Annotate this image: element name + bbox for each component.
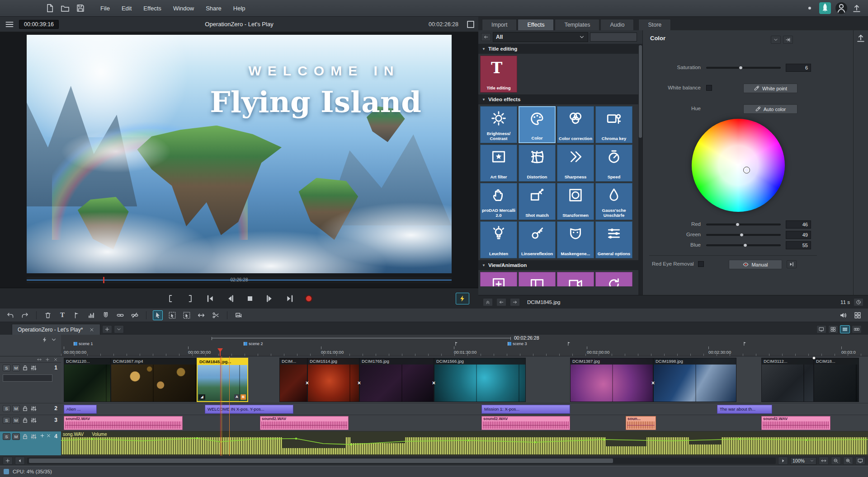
effect-tile-rotation-icon[interactable]	[595, 272, 632, 286]
play-button[interactable]	[265, 294, 274, 303]
red-eye-checkbox[interactable]	[698, 261, 704, 267]
current-timecode[interactable]: 00:00:39:16	[19, 20, 59, 29]
back-button[interactable]	[481, 33, 491, 41]
mouse-mode-track-icon[interactable]	[182, 310, 192, 320]
transition-icon[interactable]: ×	[358, 380, 361, 386]
range-end-button[interactable]	[186, 294, 195, 303]
effect-tile-title-editing[interactable]: TTitle editing	[480, 56, 517, 93]
mute-button[interactable]: M	[12, 417, 20, 424]
zoom-level-select[interactable]: 100%	[790, 457, 816, 465]
prev-media-icon[interactable]	[496, 298, 506, 306]
swap-tracks-icon[interactable]	[37, 357, 42, 362]
audio-clip-soun[interactable]: soun...	[626, 416, 656, 430]
effect-menu-icon[interactable]	[771, 36, 781, 44]
video-clip-dcim1765-jpg[interactable]: DCIM1765.jpg×	[359, 358, 434, 402]
audio-monitor-icon[interactable]	[838, 310, 848, 320]
slider-thumb[interactable]	[743, 243, 747, 248]
view-storyboard-icon[interactable]	[852, 325, 862, 333]
solo-button[interactable]: S	[3, 365, 10, 371]
duration-clock-icon[interactable]	[854, 298, 863, 306]
red-value[interactable]: 46	[786, 220, 811, 229]
lock-icon[interactable]	[22, 405, 28, 412]
transition-button[interactable]: ◢	[198, 394, 205, 400]
audio-clip-sound2-wav[interactable]: sound2.WAV	[64, 416, 183, 430]
mute-button[interactable]: M	[12, 365, 20, 371]
saturation-value[interactable]: 6	[786, 64, 811, 72]
chapter-marker-icon[interactable]	[567, 341, 571, 346]
scene-marker[interactable]: scene 2	[244, 341, 263, 346]
menu-effects[interactable]: Effects	[143, 5, 161, 12]
fader-icon[interactable]	[30, 433, 37, 440]
scroll-right-icon[interactable]	[778, 457, 788, 465]
effect-tile-brightness-contrast[interactable]: Brightness/ Contrast	[480, 106, 517, 143]
transition-icon[interactable]: ×	[432, 380, 435, 386]
effect-tile-stanzformen[interactable]: Stanzformen	[557, 183, 594, 220]
preview-scrubber[interactable]: 02:26:28	[27, 277, 452, 283]
video-clip-dcim1387-jpg[interactable]: DCIM1387.jpg	[570, 358, 653, 402]
browser-scrollbar[interactable]	[638, 44, 642, 295]
mouse-mode-single-icon[interactable]	[153, 310, 163, 320]
overview-icon[interactable]	[855, 457, 865, 465]
category-dropdown[interactable]: All	[493, 32, 588, 42]
effect-tile-distortion[interactable]: Distortion	[519, 145, 556, 182]
fader-icon[interactable]	[30, 417, 37, 424]
snap-icon[interactable]	[101, 310, 111, 320]
effect-tile-gauss-sche-unsch-rfe[interactable]: Gauss'sche Unschärfe	[595, 183, 632, 220]
timeline-ruler[interactable]: 00:02:26:28 00:00:00:0000:00:30:0000:01:…	[0, 335, 868, 356]
track-name-field[interactable]	[3, 374, 52, 382]
effect-tile-maskengene[interactable]: Maskengene...	[557, 221, 594, 258]
track-header-1[interactable]: SM1	[0, 363, 61, 403]
project-tab[interactable]: OperationZero - Let's Play*	[12, 324, 100, 335]
effect-tile-speed[interactable]: Speed	[595, 145, 632, 182]
video-track-lane[interactable]: DCIM1120...DCIM1867.mp4DCIM1845.jpg...AB…	[61, 356, 868, 403]
record-button[interactable]	[305, 295, 312, 302]
snapshot-icon[interactable]	[234, 310, 244, 320]
lock-icon[interactable]	[22, 417, 28, 424]
video-clip-dcim1867-mp4[interactable]: DCIM1867.mp4	[111, 358, 197, 402]
scroll-left-icon[interactable]	[15, 457, 25, 465]
playhead[interactable]	[217, 348, 223, 352]
next-media-icon[interactable]	[510, 298, 520, 306]
green-value[interactable]: 49	[786, 231, 811, 239]
add-track-icon[interactable]	[45, 357, 50, 362]
red-slider[interactable]	[706, 224, 781, 225]
track-header-4[interactable]: SM4	[0, 431, 61, 456]
video-clip-dcim1845-jpg[interactable]: DCIM1845.jpg...AB◢	[197, 358, 248, 402]
audio-clip-sound2-wav[interactable]: sound2.WAV	[260, 416, 349, 430]
category-video-effects[interactable]: ▼Video effects	[478, 94, 638, 104]
close-tab-icon[interactable]	[89, 327, 94, 332]
color-wheel[interactable]	[692, 119, 785, 212]
add-object-button[interactable]	[3, 457, 13, 465]
new-tab-button[interactable]	[102, 325, 112, 333]
scene-marker[interactable]: scene 3	[508, 341, 527, 346]
white-balance-checkbox[interactable]	[706, 85, 712, 91]
transition-icon[interactable]: ×	[651, 380, 655, 386]
title-clip-alien[interactable]: Alien ...	[64, 405, 97, 414]
fit-timeline-icon[interactable]	[819, 457, 829, 465]
jump-end-button[interactable]	[285, 294, 294, 303]
scrollbar-thumb[interactable]	[29, 458, 613, 463]
audio-track-lane[interactable]: sound2.WAVsound2.WAVsound2.WAVsoun...sou…	[61, 415, 868, 431]
track-header-3[interactable]: SM3	[0, 415, 61, 431]
effect-tile-shot-match[interactable]: Shot match	[519, 183, 556, 220]
category-view-animation[interactable]: ▼View/Animation	[478, 260, 638, 270]
green-slider[interactable]	[706, 234, 781, 236]
tab-effects[interactable]: Effects	[518, 19, 554, 30]
volume-curve[interactable]	[61, 431, 868, 456]
video-clip-dcim18[interactable]: DCIM18...	[814, 358, 859, 402]
track-header-2[interactable]: SM2	[0, 403, 61, 415]
effect-tile-color-correction[interactable]: Color correction	[557, 106, 594, 143]
account-icon[interactable]	[835, 2, 847, 14]
effect-tile-camera-zoom-icon[interactable]	[557, 272, 594, 286]
video-clip-dcim1566-jpg[interactable]: DCIM1566.jpg×	[434, 358, 526, 402]
solo-button[interactable]: S	[3, 405, 10, 412]
menu-file[interactable]: File	[100, 5, 110, 12]
keyframe-icon[interactable]	[41, 337, 48, 343]
title-clip-welcome-in-x-pos-y-pos[interactable]: WELCOME IN X-pos. Y-pos...	[205, 405, 293, 414]
save-project-icon[interactable]	[76, 4, 85, 13]
detach-monitor-icon[interactable]	[466, 19, 476, 29]
menu-edit[interactable]: Edit	[122, 5, 132, 12]
reset-effect-icon[interactable]	[783, 36, 793, 44]
music-track-lane[interactable]: song.WAV Volume	[61, 431, 868, 456]
saturation-slider[interactable]	[706, 67, 781, 69]
